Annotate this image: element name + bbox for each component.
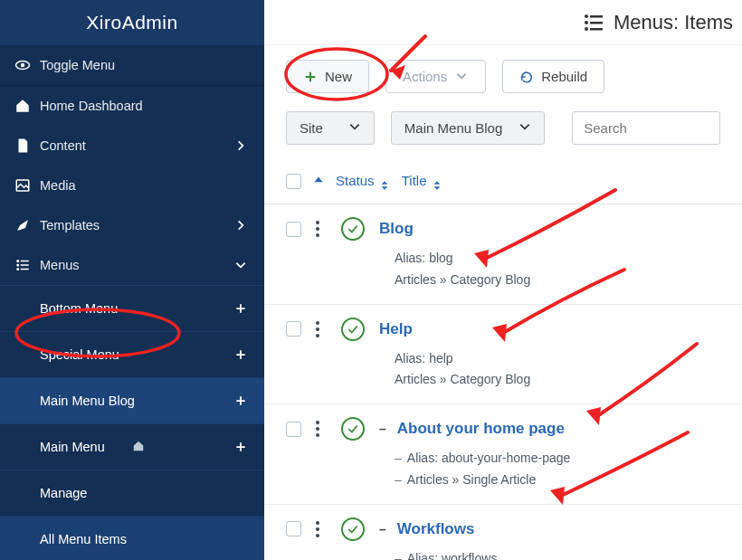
row-checkbox[interactable] xyxy=(286,222,301,237)
row-checkbox[interactable] xyxy=(286,521,301,536)
rebuild-button[interactable]: Rebuild xyxy=(502,60,604,93)
toggle-icon xyxy=(14,57,31,73)
sidebar-item-media[interactable]: Media xyxy=(0,166,264,205)
select-all-checkbox[interactable] xyxy=(286,174,301,189)
main-content: Menus: Items New Actions Rebuild Site xyxy=(264,0,742,560)
list-icon xyxy=(583,12,604,33)
sort-order-icon[interactable] xyxy=(312,174,325,189)
svg-point-7 xyxy=(16,268,19,271)
svg-point-1 xyxy=(21,63,25,68)
row-alias: Alias: workflows xyxy=(407,548,498,560)
sidebar-label: Menus xyxy=(40,258,232,272)
actions-button[interactable]: Actions xyxy=(385,60,486,93)
row-alias: Alias: blog xyxy=(395,248,453,270)
table-row: – Workflows –Alias: workflows –Articles … xyxy=(264,505,742,560)
sidebar-item-home[interactable]: Home Dashboard xyxy=(0,86,264,126)
new-button[interactable]: New xyxy=(286,60,369,93)
column-title[interactable]: Title xyxy=(402,173,442,191)
row-title-link[interactable]: Workflows xyxy=(397,520,475,538)
status-published-icon[interactable] xyxy=(341,217,365,241)
chevron-right-icon xyxy=(232,139,250,152)
document-icon xyxy=(14,138,31,154)
row-type: Articles » Category Blog xyxy=(395,270,530,291)
plus-icon[interactable] xyxy=(232,302,250,315)
plus-icon xyxy=(303,70,318,84)
sidebar-label: Home Dashboard xyxy=(40,99,250,113)
select-label: Site xyxy=(300,120,323,136)
plus-icon[interactable] xyxy=(232,348,250,361)
svg-point-13 xyxy=(585,21,588,24)
plus-icon[interactable] xyxy=(232,441,250,453)
column-status[interactable]: Status xyxy=(336,173,389,191)
sidebar-item-content[interactable]: Content xyxy=(0,126,264,166)
status-published-icon[interactable] xyxy=(341,417,365,441)
row-checkbox[interactable] xyxy=(286,422,301,437)
sidebar-item-menus[interactable]: Menus xyxy=(0,245,264,285)
table-row: Help Alias: help Articles » Category Blo… xyxy=(264,305,742,405)
sidebar-sub-manage[interactable]: Manage xyxy=(0,470,264,516)
row-title-link[interactable]: Help xyxy=(379,320,413,338)
sidebar-sub-main-menu-blog[interactable]: Main Menu Blog xyxy=(0,378,264,423)
row-checkbox[interactable] xyxy=(286,321,301,337)
row-actions-icon[interactable] xyxy=(316,220,327,238)
sidebar-label: Content xyxy=(40,138,232,153)
toolbar: New Actions Rebuild xyxy=(264,45,742,108)
table-header: Status Title xyxy=(264,159,742,204)
status-published-icon[interactable] xyxy=(341,517,365,541)
menu-select[interactable]: Main Menu Blog xyxy=(391,111,545,145)
page-header: Menus: Items xyxy=(264,0,742,45)
svg-rect-6 xyxy=(21,264,29,266)
sidebar-item-toggle[interactable]: Toggle Menu xyxy=(0,45,264,85)
button-label: New xyxy=(325,69,352,84)
filter-bar: Site Main Menu Blog xyxy=(264,108,742,159)
sidebar-item-templates[interactable]: Templates xyxy=(0,205,264,245)
svg-rect-12 xyxy=(590,15,603,18)
table-row: – About your home page –Alias: about-you… xyxy=(264,404,742,505)
row-title-link[interactable]: Blog xyxy=(379,220,414,238)
chevron-down-icon xyxy=(518,120,531,136)
chevron-right-icon xyxy=(232,219,250,232)
svg-point-15 xyxy=(585,27,588,31)
search-field[interactable] xyxy=(572,111,720,145)
row-actions-icon[interactable] xyxy=(316,320,327,338)
chevron-down-icon xyxy=(232,259,250,271)
sidebar-sub-label: Bottom Menu xyxy=(40,301,232,316)
list-icon xyxy=(14,257,31,273)
home-icon xyxy=(14,98,31,114)
row-alias: Alias: about-your-home-page xyxy=(407,448,571,470)
svg-rect-14 xyxy=(590,22,603,24)
site-select[interactable]: Site xyxy=(286,111,375,145)
sidebar-sub-label: Special Menu xyxy=(40,347,232,362)
image-icon xyxy=(14,177,31,194)
sidebar-sub-main-menu[interactable]: Main Menu xyxy=(0,424,264,470)
svg-rect-16 xyxy=(590,28,603,31)
chevron-down-icon xyxy=(454,70,469,84)
tree-indent: – xyxy=(379,422,386,436)
select-label: Main Menu Blog xyxy=(404,120,502,136)
svg-point-11 xyxy=(585,14,588,18)
sidebar-brand: XiroAdmin xyxy=(0,0,264,45)
row-alias: Alias: help xyxy=(395,348,453,370)
brush-icon xyxy=(14,217,31,233)
row-title-link[interactable]: About your home page xyxy=(397,420,565,438)
home-icon xyxy=(132,440,145,455)
sidebar-sub-special-menu[interactable]: Special Menu xyxy=(0,332,264,377)
status-published-icon[interactable] xyxy=(341,318,365,341)
tree-indent: – xyxy=(379,522,386,536)
row-actions-icon[interactable] xyxy=(316,420,327,438)
sort-icon xyxy=(433,180,442,191)
search-input[interactable] xyxy=(572,111,720,145)
row-type: Articles » Single Article xyxy=(407,470,536,491)
refresh-icon xyxy=(519,70,534,84)
sidebar-label: Media xyxy=(40,178,250,193)
svg-point-3 xyxy=(16,260,19,262)
sidebar-sub-label: All Menu Items xyxy=(40,532,250,546)
sidebar-sub-all-menu-items[interactable]: All Menu Items xyxy=(0,517,264,560)
sidebar-sub-label: Manage xyxy=(40,486,250,500)
table-row: Blog Alias: blog Articles » Category Blo… xyxy=(264,204,742,305)
sidebar-sub-bottom-menu[interactable]: Bottom Menu xyxy=(0,286,264,331)
plus-icon[interactable] xyxy=(232,394,250,407)
row-actions-icon[interactable] xyxy=(316,520,327,538)
button-label: Actions xyxy=(403,69,447,84)
sidebar-label: Templates xyxy=(40,218,232,233)
